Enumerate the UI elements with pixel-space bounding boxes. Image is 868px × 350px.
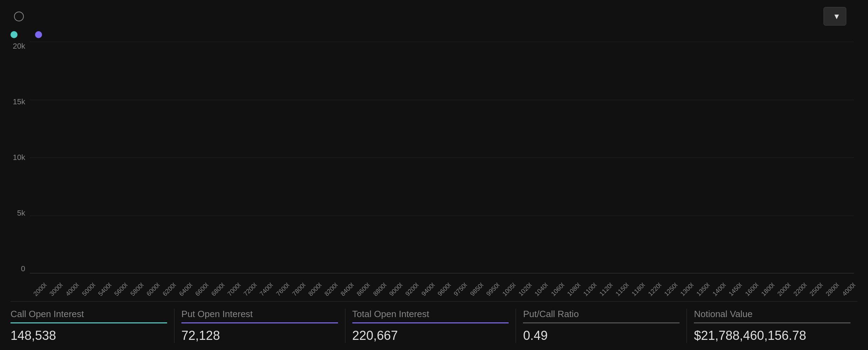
x-axis-label: 74000: [259, 281, 275, 298]
x-axis-label: 70000: [226, 281, 242, 298]
stat-notional-label: Notional Value: [694, 309, 850, 320]
x-labels: 2000030000400005000054000560005800060000…: [30, 287, 854, 294]
y-label-0: 0: [21, 264, 25, 273]
chart-legend: [11, 31, 857, 38]
x-axis-label: 160000: [744, 281, 760, 298]
x-axis-label: 97500: [453, 281, 469, 298]
more-options-button[interactable]: [852, 14, 857, 19]
x-axis-label: 135000: [695, 281, 711, 298]
x-axis-label: 84000: [339, 281, 356, 298]
x-axis-label: 90000: [388, 281, 404, 298]
y-axis: 20k 15k 10k 5k 0: [11, 42, 28, 273]
x-axis-label: 76000: [275, 281, 291, 298]
x-axis-label: 92000: [404, 281, 420, 298]
stat-total-oi: Total Open Interest 220,667: [345, 309, 516, 343]
stat-notional-value: $21,788,460,156.78: [694, 328, 850, 343]
x-axis-label: 98500: [469, 281, 485, 298]
x-axis-label: 20000: [32, 281, 48, 298]
x-axis-label: 180000: [760, 281, 776, 298]
x-axis-label: 62000: [161, 281, 178, 298]
x-axis-label: 88000: [372, 281, 388, 298]
x-axis-label: 56000: [113, 281, 129, 298]
x-axis-label: 220000: [792, 281, 808, 298]
header-right: ▾: [824, 7, 857, 26]
legend-calls: [11, 31, 21, 38]
stat-call-oi-label: Call Open Interest: [11, 309, 167, 320]
stat-pc-ratio: Put/Call Ratio 0.49: [516, 309, 687, 343]
x-axis-label: 108000: [566, 281, 582, 298]
bars-container: [30, 42, 854, 273]
x-axis-label: 96000: [436, 281, 453, 298]
x-axis-label: 86000: [356, 281, 372, 298]
x-axis-label: 112000: [598, 281, 614, 298]
x-axis-label: 68000: [210, 281, 226, 298]
chevron-down-icon: ▾: [834, 11, 839, 22]
call-oi-underline: [11, 322, 167, 323]
chart-header: ▾: [11, 7, 857, 26]
x-axis-label: 72000: [242, 281, 259, 298]
x-axis-label: 280000: [825, 281, 841, 298]
put-oi-underline: [181, 322, 338, 323]
stat-call-oi-value: 148,538: [11, 328, 167, 343]
expiration-dropdown[interactable]: ▾: [824, 7, 846, 26]
x-axis-label: 106000: [550, 281, 566, 298]
x-axis-label: 40000: [64, 281, 81, 298]
x-axis-label: 50000: [81, 281, 97, 298]
y-label-20k: 20k: [13, 42, 25, 51]
stat-total-oi-label: Total Open Interest: [352, 309, 509, 320]
x-axis-label: 110000: [582, 281, 598, 298]
y-label-15k: 15k: [13, 97, 25, 106]
x-axis-label: 125000: [663, 281, 679, 298]
legend-puts: [35, 31, 46, 38]
chart-inner: [30, 42, 854, 273]
stat-pc-ratio-value: 0.49: [523, 328, 680, 343]
x-axis-label: 250000: [808, 281, 825, 298]
info-icon[interactable]: [14, 12, 24, 21]
stat-put-oi-label: Put Open Interest: [181, 309, 338, 320]
y-label-5k: 5k: [17, 209, 25, 218]
calls-dot-icon: [11, 31, 18, 38]
stat-put-oi: Put Open Interest 72,128: [174, 309, 345, 343]
x-axis-label: 115000: [614, 281, 631, 298]
x-axis-label: 94000: [420, 281, 436, 298]
x-axis-label: 54000: [97, 281, 113, 298]
x-axis-label: 102000: [517, 281, 533, 298]
x-axis-label: 60000: [145, 281, 161, 298]
x-axis-label: 104000: [533, 281, 550, 298]
x-axis-label: 58000: [129, 281, 145, 298]
header-left: [11, 12, 24, 21]
stat-call-oi: Call Open Interest 148,538: [11, 309, 174, 343]
x-axis-label: 80000: [307, 281, 323, 298]
chart-area: 20k 15k 10k 5k 0 20000300004000050000540…: [11, 42, 857, 294]
notional-underline: [694, 322, 850, 323]
x-axis-label: 64000: [178, 281, 194, 298]
stats-bar: Call Open Interest 148,538 Put Open Inte…: [11, 301, 857, 343]
y-label-10k: 10k: [13, 153, 25, 162]
x-axis-label: 130000: [679, 281, 695, 298]
x-axis-label: 82000: [323, 281, 339, 298]
pc-ratio-underline: [523, 322, 680, 323]
stat-pc-ratio-label: Put/Call Ratio: [523, 309, 680, 320]
x-axis-label: 78000: [291, 281, 307, 298]
x-axis-label: 145000: [728, 281, 744, 298]
x-axis-label: 30000: [48, 281, 64, 298]
x-axis-label: 200000: [776, 281, 792, 298]
puts-dot-icon: [35, 31, 42, 38]
x-axis-label: 122000: [647, 281, 663, 298]
x-axis-label: 118000: [631, 281, 647, 298]
x-axis-label: 140000: [711, 281, 728, 298]
x-axis-label: 400000: [841, 281, 857, 298]
x-axis-label: 100500: [501, 281, 517, 298]
stat-total-oi-value: 220,667: [352, 328, 509, 343]
x-axis-label: 99500: [485, 281, 501, 298]
stat-notional: Notional Value $21,788,460,156.78: [687, 309, 857, 343]
total-oi-underline: [352, 322, 509, 323]
x-axis: 2000030000400005000054000560005800060000…: [30, 273, 854, 294]
x-axis-label: 66000: [194, 281, 210, 298]
stat-put-oi-value: 72,128: [181, 328, 338, 343]
